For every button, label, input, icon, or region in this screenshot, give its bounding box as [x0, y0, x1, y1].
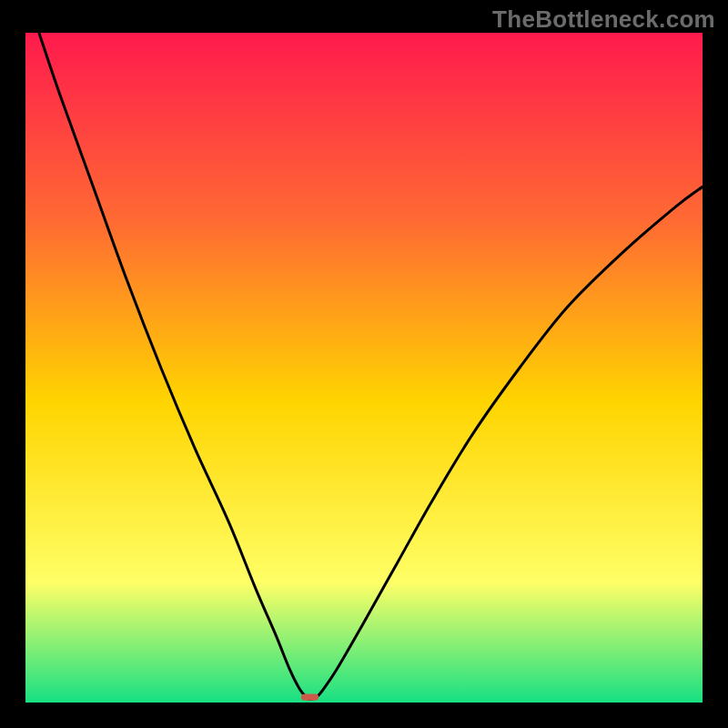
plot-svg	[25, 33, 703, 703]
gradient-background	[25, 33, 703, 703]
watermark-text: TheBottleneck.com	[492, 5, 715, 34]
chart-container: TheBottleneck.com	[0, 0, 728, 728]
min-marker	[301, 693, 318, 700]
plot-area	[25, 33, 703, 703]
